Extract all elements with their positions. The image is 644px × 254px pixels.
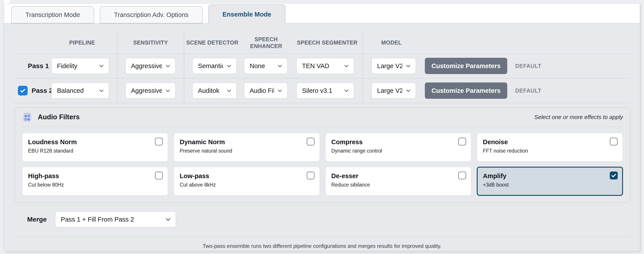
- scene-detector-value: Semantic: [198, 62, 223, 70]
- filter-subtitle: EBU R128 standard: [28, 148, 162, 154]
- pass1-sensitivity-cell: Aggressive: [117, 54, 184, 78]
- filter-checkbox-checked[interactable]: [610, 172, 618, 179]
- pass2-actions-cell: Customize Parameters DEFAULT: [420, 79, 630, 103]
- tab-ensemble-mode[interactable]: Ensemble Mode: [208, 4, 286, 24]
- pass2-scene-detector-cell: Auditok: [184, 79, 240, 103]
- filter-checkbox[interactable]: [458, 172, 466, 179]
- header-pipeline: PIPELINE: [47, 32, 117, 53]
- merge-strategy-select[interactable]: Pass 1 + Fill From Pass 2: [55, 211, 176, 228]
- filter-cards-grid: Loudness Norm EBU R128 standard Dynamic …: [15, 127, 630, 202]
- filter-title: Dynamic Norm: [180, 138, 314, 146]
- audio-filters-title: Audio Filters: [38, 113, 80, 121]
- filter-checkbox[interactable]: [307, 172, 314, 179]
- speech-segmenter-value: TEN VAD: [302, 62, 330, 70]
- speech-enhancer-value: Audio Filt: [250, 87, 274, 94]
- audio-filters-panel: Audio Filters Select one or more effects…: [14, 107, 630, 203]
- pass2-speech-segmenter-select[interactable]: Silero v3.1: [296, 82, 354, 99]
- pass1-model-select[interactable]: Large V2: [372, 58, 416, 74]
- pass2-pipeline-select[interactable]: Balanced: [51, 82, 109, 99]
- pass2-speech-enhancer-select[interactable]: Audio Filt: [244, 82, 288, 99]
- pass1-speech-enhancer-select[interactable]: None: [244, 58, 288, 74]
- filter-card-compress[interactable]: Compress Dynamic range control: [325, 133, 472, 162]
- header-actions-spacer: [420, 32, 630, 53]
- chevron-down-icon: [226, 63, 232, 69]
- pass2-label-cell: Pass 2: [14, 79, 47, 103]
- pass2-sensitivity-select[interactable]: Aggressive: [125, 82, 176, 99]
- filter-card-high-pass[interactable]: High-pass Cut below 80Hz: [22, 167, 168, 196]
- chevron-down-icon: [165, 63, 171, 69]
- filter-title: Amplify: [483, 172, 617, 180]
- header-speech-segmenter: SPEECH SEGMENTER: [292, 32, 363, 53]
- pass2-enable-checkbox[interactable]: [18, 86, 28, 96]
- pass1-label-cell: Pass 1: [14, 54, 47, 78]
- merge-label: Merge: [27, 216, 46, 223]
- chevron-down-icon: [406, 63, 411, 69]
- pass1-pipeline-select[interactable]: Fidelity: [51, 58, 109, 74]
- audio-filters-header: Audio Filters Select one or more effects…: [15, 108, 630, 127]
- pass1-scene-detector-cell: Semantic: [184, 54, 240, 78]
- filter-card-amplify[interactable]: Amplify +3dB boost: [477, 167, 623, 196]
- settings-window: Transcription Mode Transcription Adv. Op…: [4, 3, 640, 251]
- tab-transcription-mode[interactable]: Transcription Mode: [11, 6, 94, 23]
- window-corner-notch: [4, 0, 10, 3]
- sensitivity-value: Aggressive: [131, 87, 162, 94]
- filter-checkbox[interactable]: [307, 137, 314, 145]
- header-model: MODEL: [363, 32, 420, 53]
- pass2-speech-enhancer-cell: Audio Filt: [240, 79, 292, 103]
- filter-card-low-pass[interactable]: Low-pass Cut above 8kHz: [174, 167, 320, 196]
- pass2-sensitivity-cell: Aggressive: [117, 79, 184, 103]
- chevron-down-icon: [344, 88, 349, 94]
- pipeline-value: Fidelity: [57, 62, 77, 70]
- ensemble-mode-panel: PIPELINE SENSITIVITY SCENE DETECTOR SPEE…: [4, 32, 640, 249]
- header-speech-enhancer: SPEECH ENHANCER: [240, 32, 292, 53]
- sensitivity-value: Aggressive: [131, 62, 162, 70]
- filter-title: Compress: [332, 138, 465, 146]
- header-spacer: [14, 32, 47, 53]
- pass1-speech-enhancer-cell: None: [240, 54, 292, 78]
- pass2-scene-detector-select[interactable]: Auditok: [192, 82, 237, 99]
- chevron-down-icon: [98, 63, 104, 69]
- filter-card-de-esser[interactable]: De-esser Reduce sibilance: [325, 167, 472, 196]
- chevron-down-icon: [344, 63, 349, 69]
- tab-bar: Transcription Mode Transcription Adv. Op…: [4, 3, 640, 24]
- model-value: Large V2: [377, 87, 402, 94]
- filter-card-dynamic-norm[interactable]: Dynamic Norm Preserve natural sound: [174, 133, 320, 162]
- filter-checkbox[interactable]: [155, 137, 163, 145]
- footer-divider: [14, 237, 630, 237]
- filter-card-denoise[interactable]: Denoise FFT noise reduction: [477, 133, 623, 162]
- chevron-down-icon: [226, 88, 232, 94]
- filter-subtitle: +3dB boost: [483, 182, 617, 188]
- chevron-down-icon: [165, 88, 171, 94]
- filter-checkbox[interactable]: [155, 172, 163, 179]
- chevron-down-icon: [98, 88, 104, 94]
- chevron-down-icon: [406, 88, 411, 94]
- pass1-speech-segmenter-cell: TEN VAD: [292, 54, 363, 78]
- speech-segmenter-value: Silero v3.1: [302, 87, 332, 94]
- pass1-customize-parameters-button[interactable]: Customize Parameters: [425, 58, 507, 74]
- scene-detector-value: Auditok: [198, 87, 220, 94]
- filter-checkbox[interactable]: [610, 137, 618, 145]
- filter-subtitle: Cut below 80Hz: [28, 182, 162, 188]
- footer-note: Two-pass ensemble runs two different pip…: [14, 243, 630, 249]
- merge-strategy-value: Pass 1 + Fill From Pass 2: [61, 216, 134, 223]
- pass1-speech-segmenter-select[interactable]: TEN VAD: [296, 58, 354, 74]
- merge-row: Merge Pass 1 + Fill From Pass 2: [14, 211, 630, 228]
- pass-config-table: PIPELINE SENSITIVITY SCENE DETECTOR SPEE…: [14, 32, 630, 103]
- pass2-customize-parameters-button[interactable]: Customize Parameters: [425, 82, 507, 99]
- pass1-status-badge: DEFAULT: [515, 63, 542, 69]
- model-value: Large V2: [377, 62, 402, 70]
- tab-transcription-adv-options[interactable]: Transcription Adv. Options: [100, 6, 202, 23]
- pass1-label: Pass 1: [28, 62, 49, 70]
- pass1-model-cell: Large V2: [363, 54, 420, 78]
- control-knobs-icon: [22, 112, 32, 122]
- pass2-status-badge: DEFAULT: [515, 88, 542, 94]
- filter-checkbox[interactable]: [458, 137, 466, 145]
- pass2-speech-segmenter-cell: Silero v3.1: [292, 79, 363, 103]
- filter-card-loudness-norm[interactable]: Loudness Norm EBU R128 standard: [22, 133, 168, 162]
- pass1-pipeline-cell: Fidelity: [47, 54, 117, 78]
- pass1-sensitivity-select[interactable]: Aggressive: [125, 58, 176, 74]
- filter-subtitle: Cut above 8kHz: [180, 182, 314, 188]
- filter-subtitle: Reduce sibilance: [332, 182, 465, 188]
- pass2-model-select[interactable]: Large V2: [372, 82, 416, 99]
- pass1-scene-detector-select[interactable]: Semantic: [192, 58, 237, 74]
